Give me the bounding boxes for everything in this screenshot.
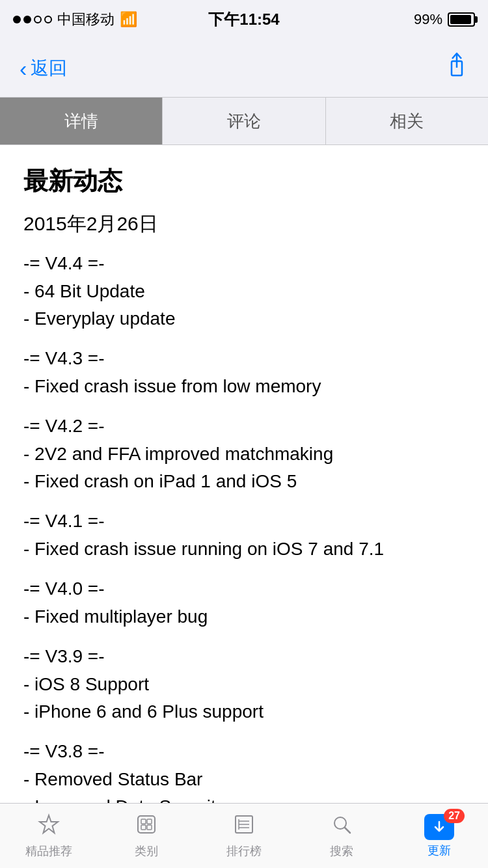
svg-line-14 — [345, 828, 350, 833]
version-block-v44: -= V4.4 =- - 64 Bit Update - Everyplay u… — [23, 253, 465, 332]
segmented-control: 详情 评论 相关 — [0, 98, 488, 145]
categories-icon — [135, 813, 157, 841]
version-header-v40: -= V4.0 =- — [23, 578, 465, 599]
tab-charts[interactable]: 排行榜 — [205, 813, 283, 859]
tab-details[interactable]: 详情 — [0, 98, 163, 144]
svg-rect-5 — [147, 819, 152, 824]
status-time: 下午11:54 — [208, 9, 279, 30]
svg-rect-7 — [147, 825, 152, 830]
charts-icon — [233, 813, 255, 841]
version-block-v40: -= V4.0 =- - Fixed multiplayer bug — [23, 578, 465, 631]
tab-charts-label: 排行榜 — [226, 843, 262, 859]
version-item: - 2V2 and FFA improved matchmaking — [23, 441, 465, 468]
tab-bar: 精品推荐 类别 排行榜 — [0, 803, 488, 868]
star-icon — [38, 813, 60, 841]
update-badge: 27 — [444, 809, 465, 823]
dot1 — [13, 16, 21, 23]
version-item: - iPhone 6 and 6 Plus support — [23, 698, 465, 726]
version-item: - Removed Status Bar — [23, 766, 465, 793]
search-icon — [331, 813, 353, 841]
dot4 — [44, 16, 52, 23]
svg-rect-3 — [138, 816, 155, 833]
tab-updates-label: 更新 — [427, 843, 451, 858]
status-left: 中国移动 📶 — [13, 10, 137, 29]
version-item: - Everyplay update — [23, 305, 465, 332]
tab-categories-label: 类别 — [135, 843, 158, 859]
update-icon-box: 27 — [424, 814, 454, 840]
svg-marker-2 — [40, 815, 58, 833]
battery-percentage: 99% — [414, 11, 442, 28]
chevron-left-icon: ‹ — [20, 57, 27, 79]
battery-container — [448, 12, 475, 27]
wifi-icon: 📶 — [120, 11, 137, 28]
tab-reviews[interactable]: 评论 — [163, 98, 325, 144]
status-right: 99% — [414, 11, 475, 28]
version-item: - iOS 8 Support — [23, 671, 465, 698]
update-date: 2015年2月26日 — [23, 211, 465, 237]
tab-search-label: 搜索 — [330, 843, 353, 859]
version-item: - 64 Bit Update — [23, 278, 465, 305]
tab-related[interactable]: 相关 — [326, 98, 488, 144]
version-header-v43: -= V4.3 =- — [23, 348, 465, 369]
version-header-v42: -= V4.2 =- — [23, 416, 465, 437]
svg-rect-6 — [141, 825, 146, 830]
back-label: 返回 — [31, 56, 67, 81]
share-button[interactable] — [445, 51, 468, 85]
version-block-v41: -= V4.1 =- - Fixed crash issue running o… — [23, 511, 465, 563]
update-icon: 27 — [424, 814, 454, 840]
tab-featured-label: 精品推荐 — [25, 843, 72, 859]
status-bar: 中国移动 📶 下午11:54 99% — [0, 0, 488, 39]
nav-bar: ‹ 返回 — [0, 39, 488, 98]
version-header-v39: -= V3.9 =- — [23, 646, 465, 667]
version-block-v39: -= V3.9 =- - iOS 8 Support - iPhone 6 an… — [23, 646, 465, 726]
tab-categories[interactable]: 类别 — [107, 813, 185, 859]
carrier-name: 中国移动 — [57, 10, 115, 29]
dot3 — [34, 16, 42, 23]
dot2 — [23, 16, 31, 23]
version-header-v41: -= V4.1 =- — [23, 511, 465, 532]
version-block-v43: -= V4.3 =- - Fixed crash issue from low … — [23, 348, 465, 400]
svg-rect-4 — [141, 819, 146, 824]
section-title: 最新动态 — [23, 165, 465, 198]
version-item: - Fixed crash on iPad 1 and iOS 5 — [23, 468, 465, 495]
back-button[interactable]: ‹ 返回 — [20, 56, 67, 81]
tab-search[interactable]: 搜索 — [303, 813, 381, 859]
signal-dots — [13, 16, 52, 23]
main-content: 最新动态 2015年2月26日 -= V4.4 =- - 64 Bit Upda… — [0, 145, 488, 868]
battery-fill — [450, 15, 471, 24]
version-item: - Fixed crash issue from low memory — [23, 373, 465, 400]
version-item: - Fixed multiplayer bug — [23, 603, 465, 631]
version-item: - Fixed crash issue running on iOS 7 and… — [23, 536, 465, 563]
tab-featured[interactable]: 精品推荐 — [10, 813, 88, 859]
tab-updates[interactable]: 27 更新 — [400, 814, 478, 858]
version-header-v38: -= V3.8 =- — [23, 741, 465, 762]
version-block-v42: -= V4.2 =- - 2V2 and FFA improved matchm… — [23, 416, 465, 495]
battery-icon — [448, 12, 475, 27]
version-header-v44: -= V4.4 =- — [23, 253, 465, 274]
